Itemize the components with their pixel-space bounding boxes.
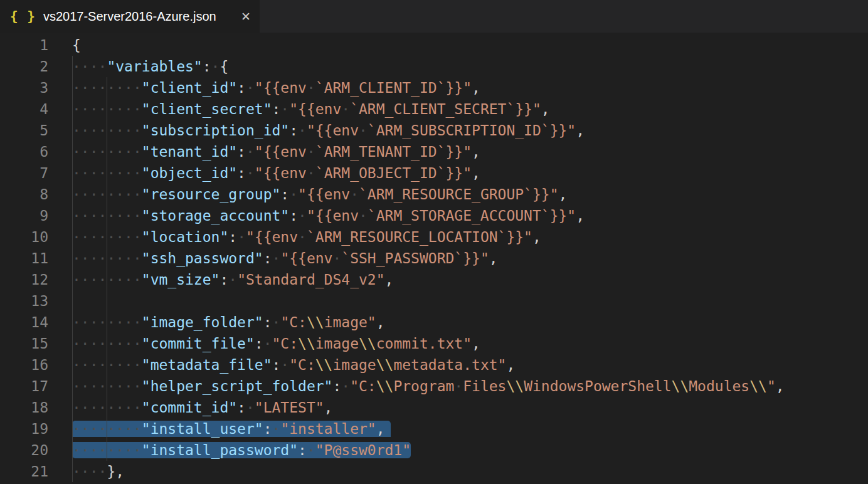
code-token: :: [237, 80, 246, 96]
line-content: ········"resource_group":·"{{env·`ARM_RE…: [72, 186, 567, 203]
line-number[interactable]: 10: [0, 226, 48, 248]
whitespace-dots: ·: [272, 314, 281, 330]
code-line[interactable]: 2····"variables":·{: [0, 56, 868, 77]
whitespace-dots: ·: [298, 122, 307, 139]
line-number[interactable]: 15: [0, 333, 48, 354]
code-token: :: [272, 101, 281, 117]
code-line[interactable]: 12········"vm_size":·"Standard_DS4_v2",: [0, 269, 868, 290]
code-line[interactable]: 15········"commit_file":·"C:\\image\\com…: [0, 333, 868, 354]
line-number[interactable]: 5: [0, 120, 48, 141]
whitespace-dots: ·: [454, 378, 463, 394]
code-token: "resource_group": [142, 186, 281, 203]
editor[interactable]: 1{2····"variables":·{3········"client_id…: [0, 33, 868, 484]
code-token: "helper_script_folder": [142, 378, 333, 394]
code-token: ,: [489, 250, 498, 266]
tab-filename: vs2017-Server2016-Azure.json: [43, 9, 216, 24]
code-line[interactable]: 6········"tenant_id":·"{{env·`ARM_TENANT…: [0, 141, 868, 162]
code-line[interactable]: 11········"ssh_password":·"{{env·`SSH_PA…: [0, 248, 868, 269]
code-line[interactable]: 7········"object_id":·"{{env·`ARM_OBJECT…: [0, 162, 868, 184]
line-content: ········"metadata_file":·"C:\\image\\met…: [72, 357, 515, 373]
line-number[interactable]: 16: [0, 354, 48, 376]
code-token: :: [237, 399, 246, 416]
line-number[interactable]: 11: [0, 248, 48, 269]
code-token: ,: [324, 399, 333, 416]
code-token: "LATEST": [255, 399, 324, 416]
line-number[interactable]: 6: [0, 141, 48, 162]
line-number[interactable]: 20: [0, 439, 48, 461]
code-token: "C:: [350, 378, 376, 394]
tab-active-json-file[interactable]: { } vs2017-Server2016-Azure.json ✕: [0, 0, 260, 33]
code-line[interactable]: 14········"image_folder":·"C:\\image",: [0, 312, 868, 333]
code-token: "{{env: [255, 80, 307, 96]
code-line[interactable]: 17········"helper_script_folder":·"C:\\P…: [0, 376, 868, 397]
code-line[interactable]: 3········"client_id":·"{{env·`ARM_CLIENT…: [0, 77, 868, 98]
code-token: ,: [472, 80, 480, 96]
code-token: ,: [532, 229, 541, 245]
line-number[interactable]: 1: [0, 34, 48, 56]
code-line[interactable]: 19········"install_user":·"installer",: [0, 418, 868, 439]
line-content: ····"variables":·{: [72, 58, 228, 75]
code-line[interactable]: 1{: [0, 34, 868, 56]
code-line[interactable]: 13: [0, 290, 868, 312]
code-token: ": [767, 378, 776, 394]
code-token: :: [263, 421, 272, 437]
code-token: ,: [559, 186, 568, 203]
line-number[interactable]: 4: [0, 98, 48, 120]
whitespace-dots: ·: [307, 165, 315, 181]
line-number[interactable]: 14: [0, 312, 48, 333]
line-number[interactable]: 13: [0, 290, 48, 312]
line-number[interactable]: 18: [0, 397, 48, 418]
line-number[interactable]: 17: [0, 376, 48, 397]
code-line[interactable]: 5········"subscription_id":·"{{env·`ARM_…: [0, 120, 868, 141]
code-token: Modules: [689, 378, 749, 394]
code-token: "commit_id": [142, 399, 237, 416]
whitespace-dots: ·: [332, 250, 341, 266]
code-line[interactable]: 8········"resource_group":·"{{env·`ARM_R…: [0, 184, 868, 205]
line-number[interactable]: 8: [0, 184, 48, 205]
whitespace-dots: ·: [246, 399, 255, 416]
code-token: "variables": [107, 58, 202, 75]
whitespace-dots: ·: [246, 80, 255, 96]
code-token: ,: [576, 208, 585, 224]
code-token: :: [272, 357, 281, 373]
code-line[interactable]: 4········"client_secret":·"{{env·`ARM_CL…: [0, 98, 868, 120]
code-line[interactable]: 16········"metadata_file":·"C:\\image\\m…: [0, 354, 868, 376]
code-line[interactable]: 9········"storage_account":·"{{env·`ARM_…: [0, 205, 868, 226]
code-line[interactable]: 18········"commit_id":·"LATEST",: [0, 397, 868, 418]
code-line[interactable]: 20········"install_password":·"P@ssw0rd1…: [0, 439, 868, 461]
code-token: :: [332, 378, 341, 394]
code-token: :: [237, 165, 246, 181]
code-token: :: [280, 186, 289, 203]
code-token: "C:: [280, 314, 307, 330]
code-line[interactable]: 10········"location":·"{{env·`ARM_RESOUR…: [0, 226, 868, 248]
line-number[interactable]: 21: [0, 461, 48, 482]
line-content: ········"install_password":·"P@ssw0rd1": [72, 442, 411, 458]
code-token: ,: [776, 378, 785, 394]
whitespace-dots: ·: [211, 58, 220, 75]
code-token: "C:: [272, 335, 299, 352]
code-token: "{{env: [255, 165, 307, 181]
whitespace-dots: ·: [237, 229, 246, 245]
line-number[interactable]: 3: [0, 77, 48, 98]
line-number[interactable]: 9: [0, 205, 48, 226]
code-token: :: [255, 335, 263, 352]
code-token: \\: [307, 314, 324, 330]
code-token: "installer": [280, 421, 376, 437]
code-token: :: [298, 442, 307, 458]
line-number[interactable]: 19: [0, 418, 48, 439]
code-line[interactable]: 21····},: [0, 461, 868, 482]
code-token: image": [324, 314, 376, 330]
code-token: :: [289, 122, 298, 139]
line-number[interactable]: 7: [0, 162, 48, 184]
code-token: {: [72, 37, 81, 53]
code-token: ,: [472, 335, 480, 352]
code-token: :: [220, 271, 228, 288]
line-number[interactable]: 12: [0, 269, 48, 290]
code-token: ,: [472, 165, 480, 181]
line-number[interactable]: 2: [0, 56, 48, 77]
code-token: "client_id": [142, 80, 237, 96]
close-tab-icon[interactable]: ✕: [241, 9, 251, 23]
whitespace-dots: ·: [280, 357, 289, 373]
code-token: "install_password": [142, 442, 298, 458]
code-token: "{{env: [298, 186, 350, 203]
